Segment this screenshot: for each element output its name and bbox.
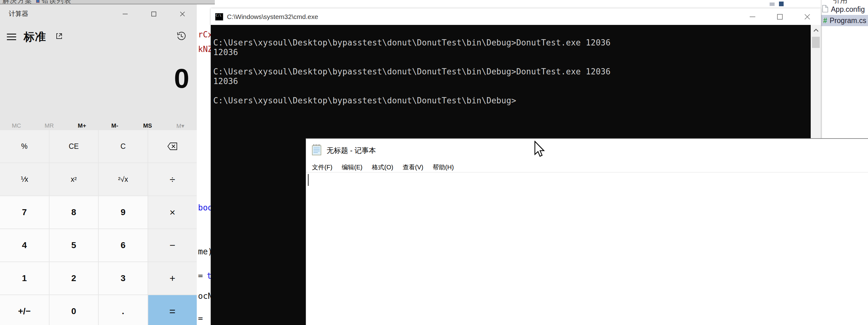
cmd-titlebar[interactable]: C:\ C:\Windows\system32\cmd.exe [211,8,821,25]
code-fragment: rCx [198,30,211,39]
key-5[interactable]: 5 [50,229,98,261]
console-line: 12036 [213,76,811,86]
code-editor-sliver: rCx kNZ boo me) = t ocN = [197,4,211,325]
key-backspace[interactable] [148,130,197,162]
keep-on-top-button[interactable] [55,32,63,42]
calculator-keypad: % CE C ⅟x x² ²√x ÷ 7 8 9 × 4 5 6 − 1 2 [0,130,197,325]
code-fragment: t [207,271,211,281]
code-fragment: ocN [198,291,211,301]
maximize-button[interactable] [766,8,794,25]
close-icon [179,10,186,18]
key-percent[interactable]: % [0,130,49,162]
key-subtract[interactable]: − [148,229,197,261]
key-4[interactable]: 4 [0,229,49,261]
background-window-strip: 解决方案 错误列表 [0,0,215,4]
notepad-title: 无标题 - 记事本 [327,146,376,155]
console-line [213,57,811,67]
calculator-titlebar[interactable]: 计算器 [0,4,197,24]
solution-explorer-sliver: 引用 App.config # Program.cs [821,0,868,138]
code-fragment: = [198,271,203,281]
close-icon [804,13,811,21]
csharp-file-icon: # [823,17,827,25]
key-add[interactable]: + [148,262,197,294]
memory-button-row: MC MR M+ M- MS M▾ [0,120,197,131]
memory-recall-button[interactable]: MR [33,120,65,131]
scrollbar-thumb[interactable] [812,37,820,48]
memory-store-button[interactable]: MS [131,120,164,131]
key-clear-entry[interactable]: CE [50,130,98,162]
desktop: 解决方案 错误列表 计算器 标准 [0,0,868,325]
scroll-up-button[interactable] [811,25,821,35]
clipped-tab-text: 错误列表 [42,0,72,4]
minimize-button[interactable] [111,4,140,24]
clipped-tab-text: 解决方案 [2,0,32,4]
notepad-window: 无标题 - 记事本 文件(F) 编辑(E) 格式(O) 查看(V) 帮助(H) [306,138,868,325]
key-reciprocal[interactable]: ⅟x [0,163,49,195]
key-decimal[interactable]: . [99,295,148,325]
cmd-title: C:\Windows\system32\cmd.exe [227,13,318,21]
menu-help[interactable]: 帮助(H) [428,162,459,172]
background-fragment [770,2,775,6]
calculator-window: 计算器 标准 [0,4,197,325]
menu-hamburger-icon[interactable] [7,34,16,40]
key-negate[interactable]: +/− [0,295,49,325]
close-button[interactable] [168,4,197,24]
memory-clear-button[interactable]: MC [0,120,33,131]
arrow-cursor-icon [534,141,546,158]
key-square-root[interactable]: ²√x [99,163,148,195]
menu-file[interactable]: 文件(F) [307,162,337,172]
console-line [213,86,811,96]
minimize-icon [122,10,129,18]
file-icon [822,5,829,14]
menu-edit[interactable]: 编辑(E) [337,162,367,172]
tree-item-programcs[interactable]: # Program.cs [821,15,868,26]
menu-view[interactable]: 查看(V) [398,162,428,172]
minimize-button[interactable] [739,8,766,25]
notepad-titlebar[interactable]: 无标题 - 记事本 [306,139,868,162]
console-line: C:\Users\xysoul\Desktop\bypasstest\donut… [213,67,811,76]
key-6[interactable]: 6 [99,229,148,261]
key-3[interactable]: 3 [99,262,148,294]
console-line: 12036 [213,47,811,57]
memory-add-button[interactable]: M+ [66,120,98,131]
key-2[interactable]: 2 [50,262,98,294]
key-1[interactable]: 1 [0,262,49,294]
backspace-icon [167,142,178,150]
key-9[interactable]: 9 [99,196,148,228]
key-clear[interactable]: C [99,130,148,162]
notepad-text-area[interactable] [306,173,868,325]
memory-subtract-button[interactable]: M- [98,120,131,131]
key-8[interactable]: 8 [50,196,98,228]
calculator-mode-label: 标准 [24,30,46,44]
memory-flyout-button[interactable]: M▾ [164,120,197,131]
history-button[interactable] [176,31,186,42]
key-0[interactable]: 0 [50,295,98,325]
menu-format[interactable]: 格式(O) [367,162,398,172]
cmd-icon: C:\ [215,13,223,21]
key-equals[interactable]: = [148,295,197,325]
code-fragment: boo [198,203,211,212]
key-multiply[interactable]: × [148,196,197,228]
history-icon [176,31,186,41]
tree-item-label: App.config [831,5,865,14]
close-button[interactable] [794,8,821,25]
key-divide[interactable]: ÷ [148,163,197,195]
minimize-icon [749,13,756,21]
background-fragment [779,2,784,6]
console-line: C:\Users\xysoul\Desktop\bypasstest\donut… [213,38,811,47]
code-fragment: me) [198,247,211,256]
maximize-icon [776,13,784,21]
notepad-menubar: 文件(F) 编辑(E) 格式(O) 查看(V) 帮助(H) [306,162,868,172]
calculator-title: 计算器 [9,9,28,18]
calculator-display: 0 [0,62,197,95]
mouse-cursor [534,141,546,159]
key-7[interactable]: 7 [0,196,49,228]
key-square[interactable]: x² [50,163,98,195]
console-line: C:\Users\xysoul\Desktop\bypasstest\donut… [213,96,811,105]
maximize-icon [150,10,157,18]
tree-item-appconfig[interactable]: App.config [821,4,868,15]
maximize-button[interactable] [140,4,168,24]
clipped-tab-icon [36,0,39,3]
tree-item-label: Program.cs [830,17,866,25]
chevron-up-icon [813,28,819,32]
